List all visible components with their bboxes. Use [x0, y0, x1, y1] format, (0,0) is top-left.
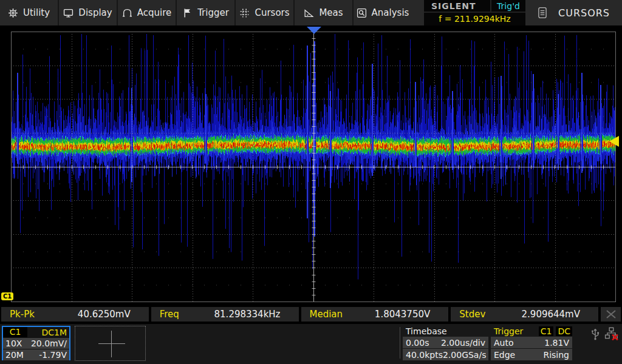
measurement-median[interactable]: Median 1.8043750V — [301, 307, 449, 322]
menu-item-label: Analysis — [372, 7, 409, 18]
timebase-points: 40.0kpts — [406, 350, 443, 360]
measurement-label: Stdev — [451, 309, 521, 320]
measure-icon — [304, 8, 314, 18]
menu-item-utility[interactable]: Utility — [0, 0, 59, 25]
plus-icon — [111, 331, 112, 357]
timebase-descriptor-box[interactable]: Timebase 0.00s 2.00us/div 40.0kpts 2.00G… — [403, 326, 488, 360]
menu-item-display[interactable]: Display — [59, 0, 118, 25]
measurement-value: 2.909644mV — [522, 309, 598, 320]
usb-icon — [590, 327, 600, 340]
measurement-label: Freq — [151, 309, 214, 320]
menu-item-label: Meas — [319, 7, 343, 18]
menu-item-label: Cursors — [255, 7, 289, 18]
top-menu-bar: Utility Display Acquire Trigger Cursors — [0, 0, 622, 25]
trigger-level-marker-icon[interactable] — [609, 136, 619, 147]
plus-icon — [98, 343, 125, 344]
measurement-freq[interactable]: Freq 81.298334kHz — [151, 307, 299, 322]
trigger-type: Edge — [494, 350, 515, 360]
measurement-label: Median — [301, 309, 375, 320]
waveform-display-area[interactable]: C1 — [0, 25, 622, 307]
status-bar-divider — [400, 327, 400, 359]
siglent-logo: SIGLENT — [424, 0, 490, 12]
gear-icon — [8, 8, 18, 18]
frequency-counter: f = 211.9294kHz — [424, 13, 525, 24]
menu-item-analysis[interactable]: Analysis — [354, 0, 412, 25]
channel-coupling: DC1M — [41, 328, 69, 337]
channel-bandwidth: 20M — [5, 350, 24, 360]
measurement-value: 81.298334kHz — [214, 309, 299, 320]
channel-offset-tag[interactable]: C1 — [1, 292, 13, 300]
measurement-value: 1.8043750V — [375, 309, 448, 320]
channel-scale: 20.0mV/ — [31, 339, 67, 348]
channel-name-chip: C1 — [3, 327, 27, 337]
menu-item-meas[interactable]: Meas — [295, 0, 354, 25]
measurement-value: 40.6250mV — [78, 309, 149, 320]
trigger-descriptor-box[interactable]: Trigger C1 DC Auto 1.81V Edge Rising — [491, 326, 572, 360]
close-icon — [606, 310, 617, 318]
acquire-icon — [122, 8, 132, 18]
display-icon — [63, 8, 73, 18]
close-measurements-button[interactable] — [601, 307, 621, 322]
channel-probe: 10X — [5, 339, 22, 348]
channel1-descriptor-box[interactable]: C1 DC1M 10X 20.0mV/ 20M -1.79V — [2, 326, 70, 360]
dialog-title: CURSORS — [558, 7, 610, 19]
trigger-status-badge: Trig'd — [490, 0, 525, 12]
trigger-coupling-chip: DC — [556, 326, 572, 336]
measurement-label: Pk-Pk — [1, 309, 78, 320]
menu-item-label: Display — [78, 7, 112, 18]
trigger-mode: Auto — [494, 338, 514, 348]
cursors-icon — [239, 8, 250, 18]
measurement-stdev[interactable]: Stdev 2.909644mV — [451, 307, 598, 322]
status-bar: C1 DC1M 10X 20.0mV/ 20M -1.79V Timebase … — [0, 324, 622, 364]
analysis-icon — [357, 8, 367, 18]
measurement-pkpk[interactable]: Pk-Pk 40.6250mV — [1, 307, 149, 322]
measurement-bar: Pk-Pk 40.6250mV Freq 81.298334kHz Median… — [1, 307, 621, 322]
trigger-source-chip: C1 — [539, 326, 554, 336]
dialog-title-bar: CURSORS — [525, 0, 622, 25]
menu-item-acquire[interactable]: Acquire — [118, 0, 177, 25]
timebase-title: Timebase — [403, 326, 488, 336]
add-channel-placeholder[interactable] — [75, 326, 146, 361]
brand-status-box: SIGLENT Trig'd f = 211.9294kHz — [424, 0, 525, 25]
trigger-slope: Rising — [543, 350, 569, 360]
trigger-title: Trigger — [494, 326, 536, 336]
trigger-position-marker-icon[interactable] — [307, 27, 321, 34]
menu-item-label: Trigger — [197, 7, 229, 18]
trigger-flag-icon — [182, 8, 193, 18]
trigger-level: 1.81V — [544, 338, 569, 348]
channel-offset: -1.79V — [39, 350, 67, 360]
persistence-waveform-canvas[interactable] — [0, 25, 622, 307]
lan-disconnected-icon — [604, 326, 619, 341]
menu-item-trigger[interactable]: Trigger — [177, 0, 236, 25]
menu-item-label: Acquire — [137, 7, 172, 18]
timebase-sample-rate: 2.00GSa/s — [443, 350, 487, 360]
timebase-scale: 2.00us/div — [441, 338, 485, 348]
timebase-delay: 0.00s — [406, 338, 429, 348]
menu-item-label: Utility — [23, 7, 50, 18]
dialog-list-icon — [538, 7, 547, 19]
menu-item-cursors[interactable]: Cursors — [236, 0, 295, 25]
